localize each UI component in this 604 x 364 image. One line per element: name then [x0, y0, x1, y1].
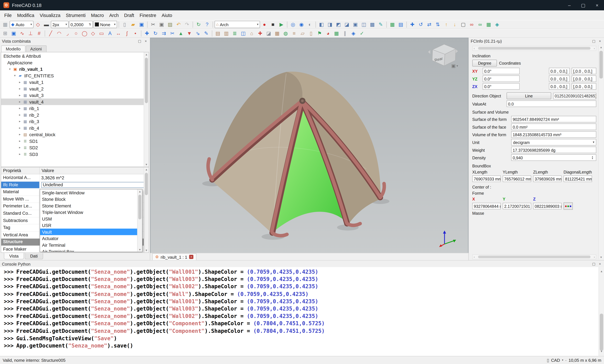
tab-modello[interactable]: Modello — [1, 45, 25, 52]
close-panel-icon[interactable]: × — [144, 39, 148, 43]
whats-this-icon[interactable]: ? — [203, 21, 211, 28]
draft-linewidth[interactable]: 2px▾ — [51, 21, 69, 28]
scroll-right-icon[interactable]: › — [594, 47, 595, 50]
menu-file[interactable]: File — [2, 11, 14, 19]
tree-item-applicazione[interactable]: Applicazione — [1, 59, 149, 66]
dropdown-scrollbar[interactable]: ▲ ▼ — [137, 189, 142, 252]
arch-building-icon[interactable]: ▦ — [273, 29, 281, 37]
scene-inspector-icon[interactable]: ▤ — [397, 21, 405, 28]
scrollbar-thumb[interactable] — [599, 51, 603, 79]
view-top-icon[interactable]: ◩ — [334, 21, 342, 28]
tree-item-rib_1[interactable]: ▸▦rib_1 — [1, 105, 149, 111]
draft-downgrade-icon[interactable]: ▼ — [185, 29, 193, 37]
line-button[interactable]: Line — [506, 92, 551, 99]
copy-icon[interactable]: ▣ — [158, 21, 166, 28]
arch-wall-icon[interactable]: ▤ — [214, 29, 222, 37]
view-rear-icon[interactable]: ▣ — [351, 21, 359, 28]
menu-finestre[interactable]: Finestre — [137, 11, 159, 19]
draft-text-icon[interactable]: A — [106, 29, 114, 37]
draft-edit-icon[interactable]: ✎ — [202, 29, 210, 37]
tree-item-sd3[interactable]: ▸≣SD3 — [1, 151, 149, 157]
menu-macro[interactable]: Macro — [88, 11, 107, 19]
scroll-up-icon[interactable]: ▲ — [138, 190, 141, 193]
expand-arrow-icon[interactable]: ▸ — [17, 146, 22, 149]
draft-trimex-icon[interactable]: ✂ — [168, 29, 176, 37]
lower-item-icon[interactable]: ↓ — [451, 21, 459, 28]
transform-rotate-icon[interactable]: ↺ — [417, 21, 425, 28]
tree-item-sd2[interactable]: ▸≣SD2 — [1, 144, 149, 151]
expand-arrow-icon[interactable]: ▸ — [17, 80, 22, 84]
draft-rectangle-icon[interactable]: ▭ — [98, 29, 106, 37]
undo-icon[interactable]: ↶ — [175, 21, 183, 28]
tree-item-rib_2[interactable]: ▸▦rib_2 — [1, 112, 149, 118]
snap-grid-icon[interactable]: # — [35, 29, 43, 37]
close-panel-icon[interactable]: × — [598, 39, 602, 43]
yz-angle-field[interactable]: 0.0° — [483, 75, 520, 82]
link-group-icon[interactable]: ∞ — [476, 21, 484, 28]
arch-rebar-icon[interactable]: ≣ — [231, 29, 239, 37]
arch-equipment-icon[interactable]: ⚑ — [315, 29, 324, 37]
draft-scale-icon[interactable]: ⇘ — [194, 29, 202, 37]
document-tab[interactable]: ⚙ rib_vault_1 : 1 × — [152, 253, 197, 260]
draft-scale-value[interactable]: 0,2000⇅ — [69, 21, 93, 28]
ifc-role-combo[interactable]: Undefined▾ — [41, 182, 147, 188]
link-make-icon[interactable]: ∞ — [468, 21, 476, 28]
draft-bspline-icon[interactable]: ∫ — [123, 29, 131, 37]
scroll-up-icon[interactable]: ▲ — [145, 168, 148, 171]
scroll-down-icon[interactable]: ▼ — [600, 256, 603, 259]
tree-item-ifc_entities[interactable]: ▾▰IFC_ENTITIES — [1, 72, 149, 79]
direction-value-field[interactable]: 012512039102148265) — [553, 93, 596, 99]
tree-item-sd1[interactable]: ▸≣SD1 — [1, 138, 149, 144]
close-panel-icon[interactable]: × — [598, 262, 602, 266]
draft-upgrade-icon[interactable]: ▲ — [177, 29, 185, 37]
scrollbar-thumb[interactable] — [145, 173, 148, 195]
tree-item-central_block[interactable]: ▸▧central_block — [1, 131, 149, 138]
menu-modifica[interactable]: Modifica — [14, 11, 37, 19]
scroll-right-icon[interactable]: › — [594, 255, 595, 258]
arch-survey-icon[interactable]: ✓ — [358, 29, 366, 37]
arch-window-icon[interactable]: ◫ — [239, 29, 247, 37]
tree-item-vault_2[interactable]: ▸▦vault_2 — [1, 85, 149, 92]
expand-arrow-icon[interactable]: ▸ — [17, 152, 22, 156]
dropdown-option-triple-lancet-window[interactable]: Triple-lancet Window — [40, 209, 142, 215]
center-y-field[interactable]: 2.1720071501 mm — [503, 203, 531, 209]
draft-line-icon[interactable]: ╱ — [47, 29, 55, 37]
cut-icon[interactable]: ✂ — [149, 21, 157, 28]
view-left-icon[interactable]: ▩ — [368, 21, 376, 28]
ylength-field[interactable]: 765796012 mm — [503, 175, 531, 182]
spin-arrows-icon[interactable]: ▴▾ — [590, 156, 595, 160]
dropdown-option-air-terminal[interactable]: Air Terminal — [40, 242, 142, 248]
close-button[interactable]: × — [590, 0, 604, 10]
float-panel-icon[interactable]: ▢ — [592, 39, 596, 43]
draw-style-icon[interactable]: ◐ — [306, 21, 314, 28]
zoom-selection-icon[interactable]: ◉ — [297, 21, 305, 28]
weight-field[interactable]: 17.37320698285699 dg — [511, 147, 596, 153]
arch-component-icon[interactable]: ◈ — [349, 29, 357, 37]
fcinfo-vertical-scrollbar[interactable]: ▲ ▼ — [598, 45, 604, 259]
expand-arrow-icon[interactable]: ▸ — [17, 87, 22, 90]
arch-structure-icon[interactable]: ▥ — [222, 29, 230, 37]
console-scrollbar[interactable]: ▲ ▼ — [599, 267, 604, 356]
valueat-field[interactable]: 0.0 — [506, 100, 596, 107]
draft-ellipse-icon[interactable]: ◯ — [81, 29, 89, 37]
xlength-field[interactable]: 769079333 mm — [472, 175, 501, 182]
menu-visualizza[interactable]: Visualizza — [37, 11, 63, 19]
arch-roof-icon[interactable]: ⌂ — [248, 29, 256, 37]
draft-dimension-icon[interactable]: ↔ — [114, 29, 122, 37]
yz-coord-field-1[interactable]: 0.0 , 0.0,] — [549, 75, 570, 82]
align-icon[interactable]: ⇄ — [425, 21, 433, 28]
yz-coord-field-2[interactable]: [,0.0 , 0.0,] — [572, 75, 596, 82]
scroll-left-icon[interactable]: ‹ — [474, 47, 475, 50]
surface-face-field[interactable]: 0.0 mm² — [511, 124, 596, 130]
tree-item-rib_vault_1[interactable]: ▾▣rib_vault_1 — [1, 66, 149, 72]
tab-vista[interactable]: Vista — [4, 253, 24, 259]
dropdown-option-usm[interactable]: USM — [40, 216, 142, 222]
draft-snap-icon[interactable]: ◇ — [34, 21, 42, 28]
3d-view[interactable]: Rear ▣ ▾ — [150, 38, 468, 253]
preferences-icon[interactable]: ◈ — [493, 21, 501, 28]
menu-aiuto[interactable]: Aiuto — [159, 11, 175, 19]
menu-arch[interactable]: Arch — [107, 11, 121, 19]
expand-arrow-icon[interactable]: ▸ — [17, 94, 22, 97]
dropdown-option-vault[interactable]: Vault — [40, 229, 142, 235]
macro-play-icon[interactable]: ▶ — [277, 21, 285, 28]
